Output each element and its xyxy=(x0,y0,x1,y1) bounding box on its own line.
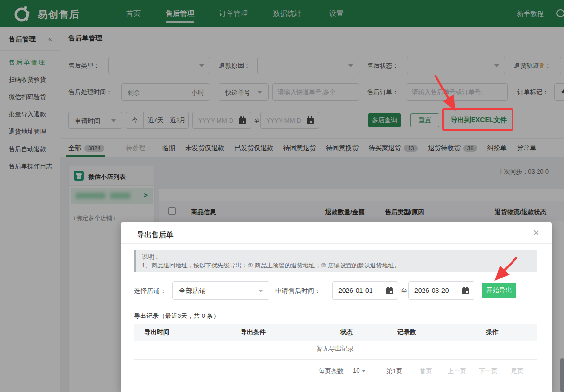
export-table-divider xyxy=(134,359,537,360)
next-page-button[interactable]: 下一页 xyxy=(479,367,498,376)
export-dialog: 导出售后单 × 说明： 1、商品退回地址，按以下优先级导出：① 商品上预留的退货… xyxy=(121,222,552,392)
start-export-button[interactable]: 开始导出 xyxy=(482,283,516,298)
prev-page-button[interactable]: 上一页 xyxy=(448,367,466,376)
close-icon[interactable]: × xyxy=(533,227,539,239)
col-export-time: 导出时间 xyxy=(134,328,231,337)
first-page-button[interactable]: 首页 xyxy=(420,367,432,376)
per-page-select[interactable]: 10 xyxy=(353,367,359,374)
col-export-action: 操作 xyxy=(448,328,537,337)
export-table-header: 导出时间 导出条件 状态 记录数 操作 xyxy=(134,324,537,341)
shop-select-value: 全部店铺 xyxy=(179,287,206,295)
chevron-down-icon xyxy=(258,290,263,295)
shop-select[interactable]: 全部店铺 xyxy=(172,281,269,300)
export-empty-text: 暂无导出记录 xyxy=(134,344,537,353)
calendar-icon[interactable] xyxy=(461,287,470,295)
export-records-title: 导出记录（最近3天，共 0 条） xyxy=(134,312,219,320)
dialog-divider xyxy=(121,243,552,244)
note-title: 说明： xyxy=(142,253,160,261)
app-window: 易创售后 首页 售后管理 订单管理 数据统计 设置 新手教程 售后管理 « 售后… xyxy=(0,0,564,392)
shop-select-label: 选择店铺： xyxy=(134,287,167,295)
export-date-from-value: 2026-01-01 xyxy=(338,287,373,294)
last-page-button[interactable]: 尾页 xyxy=(511,367,524,376)
col-export-status: 状态 xyxy=(327,328,366,337)
col-export-condition: 导出条件 xyxy=(231,328,327,337)
dialog-title: 导出售后单 xyxy=(137,230,173,240)
dialog-note: 说明： 1、商品退回地址，按以下优先级导出：① 商品上预留的退货地址；② 店铺设… xyxy=(134,250,537,272)
apply-period-label: 申请售后时间： xyxy=(275,287,321,295)
export-date-to-label: 至 xyxy=(401,287,408,295)
export-date-to[interactable]: 2026-03-20 xyxy=(408,281,474,300)
per-page-label: 每页条数 xyxy=(319,367,344,376)
export-date-from[interactable]: 2026-01-01 xyxy=(332,281,398,300)
export-date-to-value: 2026-03-20 xyxy=(414,287,449,294)
chevron-down-icon xyxy=(362,370,366,374)
current-page-indicator: 第1页 xyxy=(386,367,402,376)
calendar-icon[interactable] xyxy=(385,287,394,295)
col-export-count: 记录数 xyxy=(366,328,448,337)
note-line: 1、商品退回地址，按以下优先级导出：① 商品上预留的退货地址；② 店铺设置的默认… xyxy=(142,262,400,270)
scrollbar-thumb[interactable] xyxy=(560,358,564,392)
